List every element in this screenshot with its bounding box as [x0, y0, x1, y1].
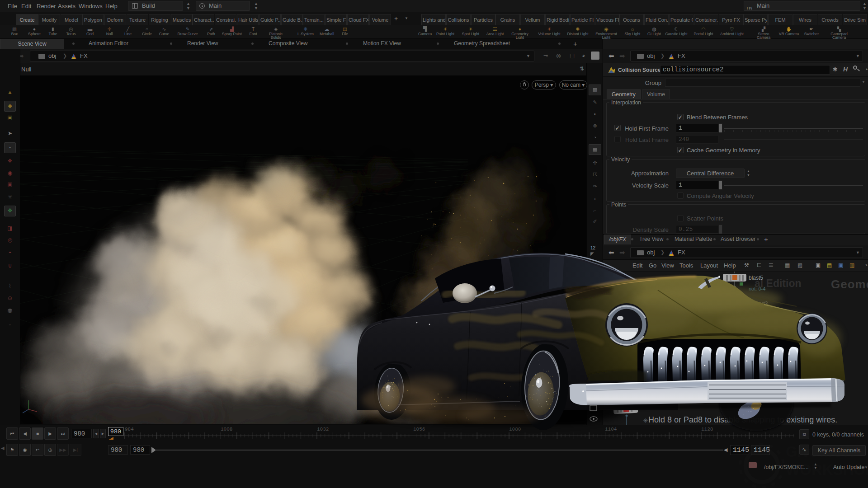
svg-text:GNOMON: GNOMON	[786, 443, 854, 460]
svg-text:WORKSHOP: WORKSHOP	[786, 461, 868, 478]
